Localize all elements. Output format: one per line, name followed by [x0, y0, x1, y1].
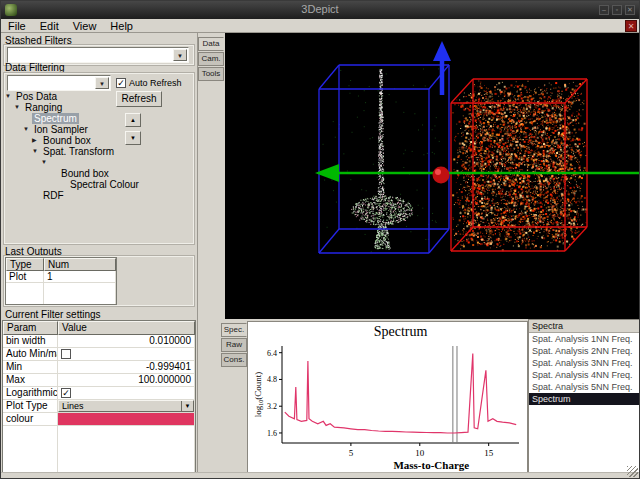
plot-tab-raw[interactable]: Raw — [221, 338, 247, 352]
menu-help[interactable]: Help — [103, 19, 140, 33]
tree-expanded-icon[interactable]: ▼ — [41, 157, 50, 168]
spectrum-chart[interactable]: Spectrumlog10(Count)1.63.24.86.451015Mas… — [248, 322, 527, 473]
viewport-overlay — [225, 33, 640, 319]
y-tick-label: 1.6 — [267, 429, 277, 438]
filter-col-header[interactable]: Param — [3, 321, 58, 335]
last-outputs-cell: 1 — [44, 271, 116, 283]
filter-value-cell[interactable]: Lines▼ — [58, 400, 195, 413]
tree-item-ranging[interactable]: ▼Ranging — [5, 102, 117, 113]
tree-item-label: Spectral Colour — [68, 179, 141, 190]
tree-item-node[interactable]: ▼ — [5, 157, 117, 168]
filter-tree: ▼Pos Data▼RangingSpectrum▼Ion Sampler▶Bo… — [5, 91, 117, 201]
tree-expanded-icon[interactable]: ▼ — [32, 146, 41, 157]
tree-item-bound-box[interactable]: ▶Bound box — [5, 135, 117, 146]
filter-param-label: Plot Type — [3, 400, 58, 413]
spectra-panel: Spectra Spat. Analysis 1NN Freq.Spat. An… — [528, 319, 640, 474]
filter-value-cell[interactable]: 100.000000 — [58, 374, 195, 387]
spectra-header: Spectra — [529, 320, 639, 333]
origin-sphere-highlight — [435, 169, 441, 175]
y-tick-label: 6.4 — [267, 349, 277, 358]
tree-item-spectral-colour[interactable]: Spectral Colour — [5, 179, 117, 190]
spectra-list-item[interactable]: Spat. Analysis 5NN Freq. — [529, 381, 639, 393]
resize-grip[interactable] — [627, 466, 638, 477]
spectra-list-item[interactable]: Spat. Analysis 2NN Freq. — [529, 345, 639, 357]
chevron-down-icon[interactable]: ▼ — [173, 49, 187, 61]
spectra-list-item[interactable]: Spat. Analysis 4NN Freq. — [529, 369, 639, 381]
filter-param-label: colour — [3, 413, 58, 426]
down-arrow-icon: ▼ — [130, 135, 136, 141]
spectrum-plot[interactable]: Spectrumlog10(Count)1.63.24.86.451015Mas… — [247, 321, 528, 474]
last-outputs-col-header[interactable]: Type — [6, 258, 44, 271]
tab-tools[interactable]: Tools — [198, 67, 224, 81]
x-tick-label: 15 — [484, 448, 494, 458]
menubar-items: FileEditViewHelp — [1, 19, 639, 33]
tree-expanded-icon[interactable]: ▼ — [14, 102, 23, 113]
z-axis-arrow-icon — [433, 41, 451, 61]
plot-tab-cons[interactable]: Cons. — [221, 353, 247, 367]
left-panel: Stashed Filters ▼ Data Filtering ▼ ✓Auto… — [1, 33, 198, 479]
filter-param-label: Auto Min/max — [3, 348, 58, 361]
tree-collapsed-icon[interactable]: ▶ — [32, 135, 41, 146]
tree-item-label: RDF — [41, 190, 66, 201]
last-outputs-col-header[interactable]: Num — [44, 258, 116, 271]
filter-type-combo[interactable]: ▼ — [7, 75, 111, 91]
tree-item-rdf[interactable]: RDF — [5, 190, 117, 201]
tab-data[interactable]: Data — [198, 37, 224, 51]
spectra-list-item[interactable]: Spat. Analysis 3NN Freq. — [529, 357, 639, 369]
auto-refresh-checkbox[interactable]: ✓ — [116, 78, 126, 88]
menubar-close-button[interactable]: ✕ — [625, 20, 637, 32]
filter-value-cell[interactable] — [58, 348, 195, 361]
auto-refresh-wrap: ✓Auto Refresh — [116, 77, 182, 88]
menu-file[interactable]: File — [1, 19, 33, 33]
tree-item-label: Bound box — [59, 168, 111, 179]
auto-min-max-checkbox[interactable] — [61, 349, 71, 359]
filter-param-label: Min — [3, 361, 58, 374]
logarithmic-checkbox[interactable]: ✓ — [61, 388, 71, 398]
minimize-button[interactable]: – — [599, 5, 609, 15]
app-window: 3Depict – ▫ ✕ FileEditViewHelp ✕ Stashed… — [0, 0, 640, 479]
spectra-list-item-selected[interactable]: Spectrum — [529, 393, 639, 405]
window-title: 3Depict — [1, 3, 639, 15]
plot-tab-strip: Spec.RawCons. — [221, 323, 248, 368]
tree-item-spectrum[interactable]: Spectrum — [5, 113, 117, 124]
right-tab-strip: DataCam.Tools — [198, 37, 225, 82]
colour-swatch[interactable] — [58, 413, 195, 426]
filter-value-cell[interactable]: -0.999401 — [58, 361, 195, 374]
move-down-button[interactable]: ▼ — [125, 131, 141, 145]
filter-settings-table: ParamValuebin width0.010000Auto Min/maxM… — [2, 320, 196, 478]
tree-item-bound-box[interactable]: Bound box — [5, 168, 117, 179]
window-controls: – ▫ ✕ — [599, 5, 635, 15]
spectra-list-item[interactable]: Spat. Analysis 1NN Freq. — [529, 333, 639, 345]
filter-param-label: Logarithmic — [3, 387, 58, 400]
spectra-list: Spat. Analysis 1NN Freq.Spat. Analysis 2… — [529, 333, 639, 405]
stashed-filters-combo[interactable]: ▼ — [7, 47, 189, 63]
tree-expanded-icon[interactable]: ▼ — [5, 91, 14, 102]
menu-view[interactable]: View — [66, 19, 104, 33]
filter-value-cell[interactable]: ✓ — [58, 387, 195, 400]
filter-value-cell[interactable]: 0.010000 — [58, 335, 195, 348]
chevron-down-icon[interactable]: ▼ — [95, 77, 109, 89]
filter-col-header[interactable]: Value — [58, 321, 195, 335]
tree-item-label: Pos Data — [14, 91, 59, 102]
statusbar — [1, 472, 639, 478]
tree-item-ion-sampler[interactable]: ▼Ion Sampler — [5, 124, 117, 135]
tree-item-spat-transform[interactable]: ▼Spat. Transform — [5, 146, 117, 157]
tree-item-pos-data[interactable]: ▼Pos Data — [5, 91, 117, 102]
origin-sphere — [433, 167, 450, 184]
titlebar[interactable]: 3Depict – ▫ ✕ — [1, 1, 639, 19]
tree-expanded-icon[interactable]: ▼ — [23, 124, 32, 135]
refresh-button[interactable]: Refresh — [116, 91, 162, 107]
menu-edit[interactable]: Edit — [33, 19, 66, 33]
filter-param-label: Max — [3, 374, 58, 387]
plot-tab-spec[interactable]: Spec. — [221, 323, 247, 337]
chart-title: Spectrum — [374, 324, 428, 339]
plot-type-dropdown[interactable]: Lines▼ — [58, 400, 194, 412]
spectra-filler — [529, 405, 639, 473]
tab-cam[interactable]: Cam. — [198, 52, 224, 66]
close-button[interactable]: ✕ — [625, 5, 635, 15]
last-outputs-table: TypeNumPlot1 — [5, 257, 117, 305]
tree-item-label: Ion Sampler — [32, 124, 90, 135]
move-up-button[interactable]: ▲ — [125, 113, 141, 127]
viewport-3d[interactable] — [225, 33, 640, 319]
maximize-button[interactable]: ▫ — [612, 5, 622, 15]
